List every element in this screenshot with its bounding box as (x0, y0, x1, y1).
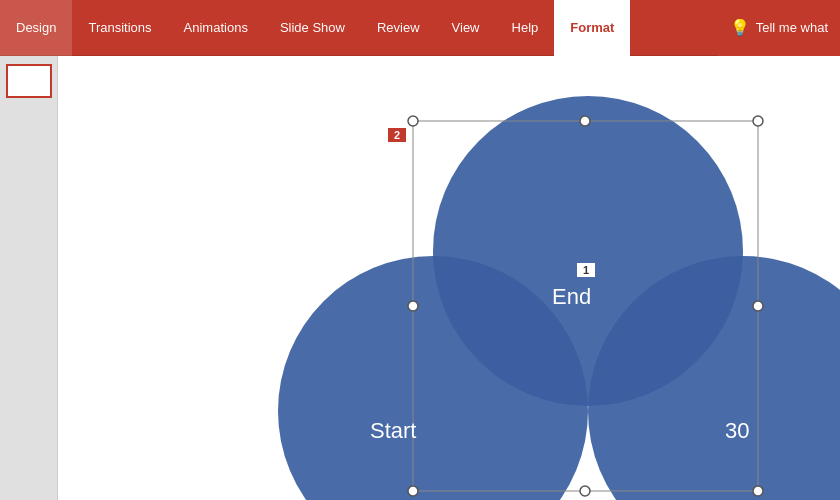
svg-point-11 (753, 486, 763, 496)
badge-2: 2 (388, 128, 406, 142)
tell-me-button[interactable]: 💡 Tell me what (718, 0, 840, 56)
svg-point-6 (753, 116, 763, 126)
main-area: End Start 30 1 2 (0, 56, 840, 500)
bulb-icon: 💡 (730, 18, 750, 37)
tab-design[interactable]: Design (0, 0, 72, 56)
ribbon: Design Transitions Animations Slide Show… (0, 0, 840, 56)
tab-animations[interactable]: Animations (168, 0, 264, 56)
slide-thumbnail-1[interactable] (6, 64, 52, 98)
tab-transitions[interactable]: Transitions (72, 0, 167, 56)
tab-view[interactable]: View (436, 0, 496, 56)
tab-slideshow[interactable]: Slide Show (264, 0, 361, 56)
circles-svg (58, 56, 840, 500)
slide-panel (0, 56, 58, 500)
tab-help[interactable]: Help (496, 0, 555, 56)
tell-me-label: Tell me what (756, 20, 828, 35)
slide-content: End Start 30 1 2 (58, 56, 840, 500)
svg-point-5 (580, 116, 590, 126)
svg-point-9 (408, 486, 418, 496)
canvas-area[interactable]: End Start 30 1 2 (58, 56, 840, 500)
tab-format[interactable]: Format (554, 0, 630, 56)
svg-point-4 (408, 116, 418, 126)
svg-point-7 (408, 301, 418, 311)
badge-1: 1 (577, 263, 595, 277)
tab-review[interactable]: Review (361, 0, 436, 56)
svg-point-8 (753, 301, 763, 311)
svg-point-10 (580, 486, 590, 496)
